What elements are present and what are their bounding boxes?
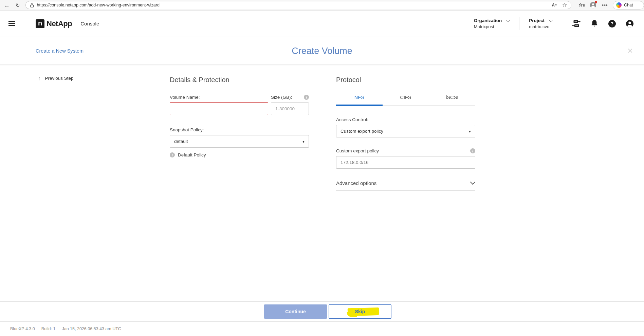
info-icon <box>170 152 175 157</box>
caret-down-icon <box>469 129 471 134</box>
advanced-options-toggle[interactable]: Advanced options <box>336 180 475 191</box>
app-header: n NetApp Console Organization Matrixpost… <box>0 11 644 37</box>
skip-button-label: Skip <box>355 309 365 314</box>
snapshot-policy-value: default <box>174 139 188 144</box>
tab-iscsi[interactable]: iSCSI <box>429 95 475 105</box>
tab-cifs[interactable]: CIFS <box>383 95 429 105</box>
copilot-chat-button[interactable]: Chat <box>613 1 644 10</box>
info-icon[interactable] <box>304 95 309 100</box>
favorites-bar-icon[interactable] <box>579 3 585 7</box>
chevron-down-icon <box>506 18 510 22</box>
access-control-label: Access Control: <box>336 117 475 122</box>
size-label: Size (GB): <box>271 95 292 100</box>
url-text[interactable]: https://console.netapp.com/add-new-worki… <box>37 3 552 7</box>
account-button[interactable] <box>626 20 634 28</box>
volume-name-input[interactable] <box>170 102 268 115</box>
access-control-value: Custom export policy <box>341 129 383 134</box>
custom-export-policy-label: Custom export policy <box>336 148 379 153</box>
netapp-logo-text: NetApp <box>47 19 72 28</box>
browser-back-icon[interactable] <box>4 2 10 8</box>
protocol-section: Protocol NFS CIFS iSCSI Access Control: … <box>336 76 475 191</box>
chevron-down-icon <box>549 18 553 22</box>
favorite-star-icon[interactable] <box>562 2 567 8</box>
info-icon[interactable] <box>470 148 475 153</box>
header-right: Organization Matrixpost Project matrix-c… <box>474 17 634 30</box>
default-policy-hint: Default Policy <box>178 152 206 157</box>
notifications-button[interactable] <box>590 19 599 28</box>
size-input[interactable] <box>271 102 309 115</box>
account-icon <box>626 20 634 28</box>
tab-nfs[interactable]: NFS <box>336 95 383 105</box>
arrow-up-icon <box>38 75 41 81</box>
volume-name-label: Volume Name: <box>170 95 268 100</box>
project-selector[interactable]: Project matrix-cvo <box>529 18 552 29</box>
address-bar[interactable]: https://console.netapp.com/add-new-worki… <box>25 1 572 9</box>
protocol-tabs: NFS CIFS iSCSI <box>336 95 475 106</box>
connector-button[interactable] <box>572 20 581 27</box>
browser-profile-avatar[interactable] <box>590 2 596 8</box>
help-button[interactable]: ? <box>608 20 616 28</box>
netapp-logo-mark: n <box>36 19 44 28</box>
actions-divider <box>0 301 644 302</box>
details-protection-section: Details & Protection Volume Name: Size (… <box>170 76 309 157</box>
browser-refresh-icon[interactable] <box>16 3 20 8</box>
menu-hamburger-icon[interactable] <box>8 20 15 27</box>
connector-icon <box>572 20 581 27</box>
snapshot-policy-label: Snapshot Policy: <box>170 127 309 132</box>
divider <box>519 17 519 30</box>
organization-selector[interactable]: Organization Matrixpost <box>474 18 510 29</box>
profile-notification-dot <box>595 1 597 3</box>
footer-version: BlueXP 4.3.0 <box>10 326 35 331</box>
product-name: Console <box>80 21 99 26</box>
read-aloud-icon[interactable]: A <box>552 3 557 7</box>
project-label: Project <box>529 18 545 23</box>
footer: BlueXP 4.3.0 Build: 1 Jan 15, 2026 06:53… <box>0 321 644 336</box>
page-title: Create Volume <box>0 45 644 56</box>
browser-actions: Chat <box>574 1 644 10</box>
custom-export-policy-input[interactable] <box>336 156 475 169</box>
skip-button[interactable]: Skip <box>329 304 391 319</box>
divider <box>562 17 562 30</box>
footer-build: Build: 1 <box>41 326 56 331</box>
advanced-options-label: Advanced options <box>336 180 376 186</box>
previous-step-link[interactable]: Previous Step <box>38 75 74 81</box>
help-icon: ? <box>608 20 616 28</box>
protocol-heading: Protocol <box>336 76 475 84</box>
organization-value: Matrixpost <box>474 24 510 29</box>
caret-down-icon <box>302 139 305 144</box>
browser-menu-icon[interactable] <box>602 2 608 8</box>
details-heading: Details & Protection <box>170 76 309 84</box>
continue-button[interactable]: Continue <box>264 304 327 319</box>
lock-icon <box>30 3 34 7</box>
bell-icon <box>590 19 599 28</box>
close-icon[interactable] <box>627 47 633 55</box>
screen: https://console.netapp.com/add-new-worki… <box>0 0 644 336</box>
organization-label: Organization <box>474 18 502 23</box>
netapp-logo: n NetApp <box>36 19 72 28</box>
footer-timestamp: Jan 15, 2026 06:53:43 am UTC <box>62 326 121 331</box>
svg-text:?: ? <box>611 21 614 26</box>
wizard-header: Create a New System Create Volume <box>0 37 644 64</box>
access-control-select[interactable]: Custom export policy <box>336 125 475 137</box>
project-value: matrix-cvo <box>529 24 552 29</box>
chevron-down-icon <box>470 180 476 185</box>
previous-step-label: Previous Step <box>45 76 74 81</box>
snapshot-policy-select[interactable]: default <box>170 135 309 148</box>
browser-toolbar: https://console.netapp.com/add-new-worki… <box>0 0 644 11</box>
copilot-label: Chat <box>624 3 633 7</box>
copilot-icon <box>616 2 622 8</box>
